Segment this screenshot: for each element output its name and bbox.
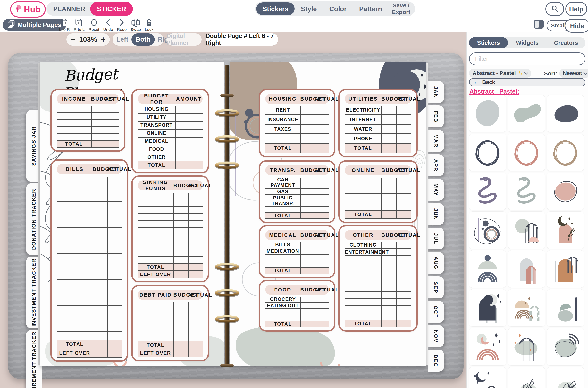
panel-tab-widgets[interactable]: Widgets	[508, 39, 547, 46]
month-tab-apr[interactable]: APR	[428, 154, 444, 176]
table-title: MEDICAL	[265, 232, 300, 238]
column-divider	[175, 106, 176, 170]
swap-button[interactable]: Swap	[131, 18, 141, 32]
column-header: ACTUAL	[105, 96, 119, 102]
month-tab-aug[interactable]: AUG	[428, 252, 444, 274]
topbar-divider	[183, 0, 183, 18]
sticker-outlined-blob-pink[interactable]	[547, 173, 584, 210]
month-tab-dec[interactable]: DEC	[428, 350, 444, 372]
sticker-moon-rainbow-pink[interactable]	[469, 328, 506, 365]
page-indicator[interactable]: Double Page # Left 6 - 7 Right	[206, 33, 278, 46]
month-tab-nov[interactable]: NOV	[428, 325, 444, 347]
column-divider	[300, 297, 301, 327]
table-row	[138, 221, 203, 228]
month-tab-sep[interactable]: SEP	[428, 276, 444, 298]
hide-button[interactable]: Hide	[564, 19, 588, 33]
toolbar-divider	[174, 18, 174, 32]
table-footer-row: LEFT OVER	[138, 271, 203, 278]
month-tab-oct[interactable]: OCT	[428, 301, 444, 323]
table-row	[57, 228, 122, 236]
tab-stickers[interactable]: Stickers	[256, 2, 295, 15]
undo-button[interactable]: Undo	[103, 18, 113, 32]
table-row	[57, 271, 122, 280]
sticker-arch-gray-rose[interactable]	[508, 250, 545, 288]
panel-tab-stickers[interactable]: Stickers	[469, 37, 508, 48]
panel-tab-creators[interactable]: Creators	[547, 39, 586, 46]
sticker-blob-slate[interactable]	[547, 95, 584, 132]
table-row	[345, 306, 411, 313]
table-row	[57, 288, 122, 297]
sticker-blob-sage[interactable]	[508, 95, 545, 132]
table-row: TAXES	[265, 125, 329, 134]
month-tab-jun[interactable]: JUN	[428, 203, 444, 225]
sticker-arch-circle-pink[interactable]	[508, 212, 545, 249]
help-button[interactable]: Help	[565, 2, 587, 16]
tab-color[interactable]: Color	[323, 5, 353, 13]
column-header: AMOUNT	[175, 96, 203, 102]
sticker-leaf-outline[interactable]	[547, 367, 584, 388]
tab-save-export[interactable]: Save / Export	[388, 2, 414, 15]
sticker-blob-gray[interactable]	[469, 95, 506, 132]
table-row	[138, 257, 203, 264]
sticker-scribble-ring-rose[interactable]	[508, 134, 545, 171]
sticker-scribble-ring-slate[interactable]	[469, 134, 506, 171]
table-row	[345, 313, 411, 320]
sticker-leaf-sprig[interactable]	[508, 367, 545, 388]
month-tab-jan[interactable]: JAN	[428, 81, 444, 103]
multiple-pages-button[interactable]: Multiple Pages	[3, 19, 66, 31]
planner-name-pill[interactable]: Digital Planner	[166, 33, 202, 46]
tab-sticker[interactable]: STICKER	[90, 2, 133, 16]
table-row: CLOTHING	[345, 242, 411, 249]
table-row: BILLS	[265, 242, 329, 248]
sticker-shapes-rainbow-slate[interactable]	[469, 250, 506, 288]
table-other: OTHERBUDGETACTUALCLOTHINGENTERTAINMENTTO…	[338, 225, 418, 332]
month-tab-may[interactable]: MAY	[428, 179, 444, 201]
table-housing: HOUSINGBUDGETACTUALRENTINSURANCETAXESTOT…	[259, 89, 335, 157]
month-tab-jul[interactable]: JUL	[428, 228, 444, 249]
lock-button[interactable]: Lock	[145, 18, 153, 32]
sticker-arch-dark-moon[interactable]	[469, 289, 506, 326]
hub-logo[interactable]: Hub	[10, 1, 46, 18]
sticker-ribbon-purple[interactable]	[469, 173, 506, 210]
sticker-geometric-circles[interactable]	[469, 212, 506, 249]
tab-planner[interactable]: PLANNER	[47, 5, 90, 13]
tab-style[interactable]: Style	[295, 5, 323, 13]
sticker-arch-moon-leaf[interactable]	[547, 212, 584, 249]
column-divider	[381, 106, 382, 153]
back-button[interactable]: ← Back	[469, 78, 586, 86]
r-to-l-button[interactable]: R to L	[74, 18, 85, 32]
sticker-moon-arch-beige[interactable]	[469, 367, 506, 388]
spread-left[interactable]: Left	[113, 36, 131, 43]
spread-both[interactable]: Both	[131, 33, 155, 46]
zoom-in-button[interactable]: +	[101, 36, 105, 43]
sticker-ribbon-gray[interactable]	[508, 173, 545, 210]
filter-input[interactable]	[469, 52, 586, 65]
month-tab-feb[interactable]: FEB	[428, 105, 444, 127]
sticker-quarter-rainbow-blob[interactable]	[547, 328, 584, 365]
sort-dropdown[interactable]: Newest	[559, 69, 588, 78]
sticker-shape-stack-sage[interactable]	[547, 289, 584, 326]
column-divider	[107, 177, 108, 358]
l-to-r-button[interactable]: L to R	[59, 18, 70, 32]
column-header: BUDGET	[381, 96, 396, 102]
zoom-out-button[interactable]: −	[71, 36, 76, 43]
table-row	[57, 184, 122, 193]
table-title: DEBT PAID	[138, 292, 173, 298]
category-heading: Abstract - Pastel:	[470, 88, 519, 95]
reset-button[interactable]: Reset	[89, 18, 99, 32]
chevron-down-icon	[524, 71, 528, 75]
panel-toggle-icon[interactable]	[534, 20, 544, 29]
category-value: Abstract - Pastel	[472, 70, 516, 76]
category-dropdown[interactable]: Abstract - Pastel	[469, 69, 531, 78]
redo-button[interactable]: Redo	[117, 18, 127, 32]
month-tab-mar[interactable]: MAR	[428, 130, 444, 152]
table-row	[138, 325, 203, 334]
sticker-scribble-ring-tan[interactable]	[547, 134, 584, 171]
sticker-arch-orange-lines[interactable]	[547, 250, 584, 288]
search-button[interactable]	[545, 2, 564, 16]
table-row: INTERNET	[345, 115, 411, 125]
column-divider	[300, 242, 301, 274]
tab-pattern[interactable]: Pattern	[353, 5, 388, 13]
sticker-thin-rainbow-sparkle[interactable]	[508, 328, 545, 365]
sticker-moon-rainbow-tan[interactable]	[508, 289, 545, 326]
